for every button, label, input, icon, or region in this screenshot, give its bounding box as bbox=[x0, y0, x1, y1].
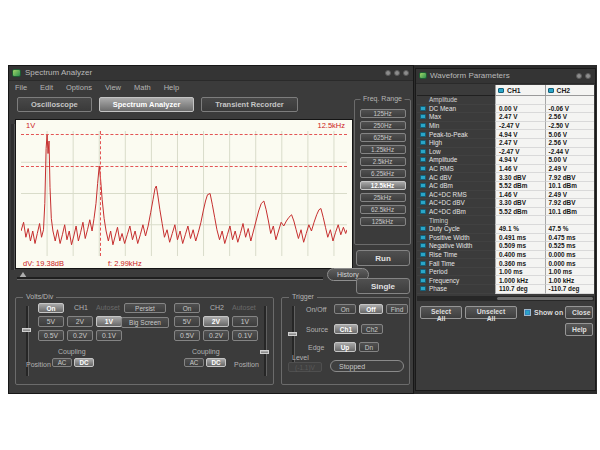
parameter-row[interactable]: Peak-to-Peak 4.94 V 5.06 V bbox=[417, 130, 594, 139]
parameter-checked-icon[interactable] bbox=[420, 114, 426, 119]
persist-button[interactable]: Persist bbox=[124, 303, 166, 313]
show-on-screen-checkbox[interactable] bbox=[524, 309, 531, 316]
unselect-all-button[interactable]: Unselect All bbox=[465, 306, 517, 319]
parameter-checked-icon[interactable] bbox=[420, 278, 426, 283]
parameter-label-cell[interactable]: AC+DC RMS bbox=[417, 191, 495, 200]
plot-grid[interactable] bbox=[21, 131, 347, 256]
trigger-level-handle[interactable] bbox=[288, 332, 297, 336]
ch2-volts-button[interactable]: 0.5V bbox=[174, 330, 200, 341]
maximize-icon[interactable] bbox=[394, 70, 400, 76]
parameter-label-cell[interactable]: Duty Cycle bbox=[417, 225, 495, 234]
parameter-label-cell[interactable]: AC dBm bbox=[417, 182, 495, 191]
freq-option-button[interactable]: 2.5kHz bbox=[360, 157, 406, 167]
freq-option-button[interactable]: 62.5kHz bbox=[360, 205, 406, 215]
parameter-checked-icon[interactable] bbox=[420, 269, 426, 274]
ch1-volts-button[interactable]: 5V bbox=[38, 316, 64, 327]
parameter-row[interactable]: High 2.47 V 2.56 V bbox=[417, 139, 594, 148]
parameter-row[interactable]: Low -2.47 V -2.44 V bbox=[417, 148, 594, 157]
parameter-row[interactable]: AC RMS 1.46 V 2.49 V bbox=[417, 165, 594, 174]
instrument-tab[interactable]: Spectrum Analyzer bbox=[99, 97, 195, 112]
parameter-row[interactable]: Amplitude 4.94 V 5.00 V bbox=[417, 156, 594, 165]
ch1-volts-button[interactable]: 0.1V bbox=[96, 330, 122, 341]
ch1-ac-button[interactable]: AC bbox=[52, 358, 72, 367]
parameter-row[interactable]: DC Mean 0.00 V -0.06 V bbox=[417, 105, 594, 114]
parameter-checked-icon[interactable] bbox=[420, 192, 426, 197]
help-button[interactable]: Help bbox=[565, 323, 593, 336]
parameter-checked-icon[interactable] bbox=[420, 132, 426, 137]
header-ch2[interactable]: CH2 bbox=[545, 85, 595, 96]
marker-line-reference[interactable] bbox=[21, 134, 347, 135]
table-scrollbar[interactable] bbox=[417, 296, 594, 301]
parameter-label-cell[interactable]: Rise Time bbox=[417, 251, 495, 260]
parameter-label-cell[interactable]: Period bbox=[417, 268, 495, 277]
parameter-checked-icon[interactable] bbox=[420, 149, 426, 154]
parameter-row[interactable]: Duty Cycle 49.1 % 47.5 % bbox=[417, 225, 594, 234]
trigger-find-button[interactable]: Find bbox=[386, 304, 408, 314]
parameter-checked-icon[interactable] bbox=[420, 166, 426, 171]
run-button[interactable]: Run bbox=[356, 250, 410, 266]
parameter-checked-icon[interactable] bbox=[420, 157, 426, 162]
ch2-position-handle[interactable] bbox=[260, 350, 269, 354]
freq-option-button[interactable]: 125Hz bbox=[360, 109, 406, 119]
parameter-row[interactable]: Max 2.47 V 2.56 V bbox=[417, 113, 594, 122]
parameter-label-cell[interactable]: Min bbox=[417, 122, 495, 131]
parameter-checked-icon[interactable] bbox=[420, 235, 426, 240]
ch2-volts-button[interactable]: 5V bbox=[174, 316, 200, 327]
select-all-button[interactable]: Select All bbox=[420, 306, 462, 319]
instrument-tab[interactable]: Oscilloscope bbox=[17, 97, 92, 112]
parameter-row[interactable]: AC+DC dBV 3.30 dBV 7.92 dBV bbox=[417, 199, 594, 208]
ch1-dc-button[interactable]: DC bbox=[74, 358, 94, 367]
big-screen-button[interactable]: Big Screen bbox=[121, 317, 169, 328]
menu-item[interactable]: File bbox=[15, 83, 27, 92]
freq-option-button[interactable]: 12.5kHz bbox=[360, 181, 406, 191]
minimize-icon[interactable] bbox=[385, 70, 391, 76]
scrollbar-thumb[interactable] bbox=[497, 297, 593, 300]
ch2-volts-button[interactable]: 2V bbox=[203, 316, 229, 327]
parameter-row[interactable]: Fall Time 0.360 ms 0.000 ms bbox=[417, 259, 594, 268]
parameter-label-cell[interactable]: Max bbox=[417, 113, 495, 122]
parameter-checked-icon[interactable] bbox=[420, 140, 426, 145]
parameter-checked-icon[interactable] bbox=[420, 123, 426, 128]
ch1-position-handle[interactable] bbox=[22, 328, 31, 332]
parameter-row[interactable]: Frequency 1.000 kHz 1.00 kHz bbox=[417, 276, 594, 285]
ch1-volts-button[interactable]: 2V bbox=[67, 316, 93, 327]
trigger-edge-dn-button[interactable]: Dn bbox=[359, 342, 379, 352]
parameter-checked-icon[interactable] bbox=[420, 209, 426, 214]
main-title-bar[interactable]: Spectrum Analyzer bbox=[9, 66, 413, 81]
parameter-label-cell[interactable]: Low bbox=[417, 148, 495, 157]
parameter-row[interactable]: AC dBV 3.30 dBV 7.92 dBV bbox=[417, 173, 594, 182]
ch2-position-slider[interactable] bbox=[260, 306, 269, 376]
trigger-source-ch1-button[interactable]: Ch1 bbox=[334, 324, 358, 334]
parameter-checked-icon[interactable] bbox=[420, 261, 426, 266]
parameter-label-cell[interactable]: AC+DC dBV bbox=[417, 199, 495, 208]
menu-item[interactable]: Math bbox=[134, 83, 151, 92]
parameter-checked-icon[interactable] bbox=[420, 183, 426, 188]
cursor-vertical-line[interactable] bbox=[100, 131, 101, 256]
params-minimize-icon[interactable] bbox=[576, 73, 582, 79]
close-button[interactable]: Close bbox=[565, 306, 593, 319]
parameter-checked-icon[interactable] bbox=[420, 106, 426, 111]
ch2-volts-button[interactable]: 1V bbox=[232, 316, 258, 327]
parameter-label-cell[interactable]: DC Mean bbox=[417, 105, 495, 114]
parameter-label-cell[interactable]: AC RMS bbox=[417, 165, 495, 174]
trigger-on-button[interactable]: On bbox=[334, 304, 356, 314]
parameter-row[interactable]: AC dBm 5.52 dBm 10.1 dBm bbox=[417, 182, 594, 191]
menu-item[interactable]: View bbox=[105, 83, 121, 92]
trigger-off-button[interactable]: Off bbox=[359, 304, 383, 314]
parameter-row[interactable]: Positive Width 0.491 ms 0.475 ms bbox=[417, 234, 594, 243]
ch2-autoset-button[interactable]: Autoset bbox=[232, 304, 256, 311]
parameter-label-cell[interactable]: Negative Width bbox=[417, 242, 495, 251]
menu-item[interactable]: Edit bbox=[40, 83, 53, 92]
parameter-label-cell[interactable]: High bbox=[417, 139, 495, 148]
parameter-checked-icon[interactable] bbox=[420, 200, 426, 205]
freq-option-button[interactable]: 6.25kHz bbox=[360, 169, 406, 179]
parameter-label-cell[interactable]: Amplitude bbox=[417, 96, 495, 105]
ch2-on-button[interactable]: On bbox=[174, 303, 200, 313]
parameter-label-cell[interactable]: Positive Width bbox=[417, 234, 495, 243]
parameter-label-cell[interactable]: Fall Time bbox=[417, 259, 495, 268]
slider-track[interactable] bbox=[17, 277, 323, 280]
trigger-edge-up-button[interactable]: Up bbox=[334, 342, 356, 352]
parameter-checked-icon[interactable] bbox=[420, 226, 426, 231]
history-slider[interactable] bbox=[17, 272, 323, 282]
parameter-checked-icon[interactable] bbox=[420, 286, 426, 291]
